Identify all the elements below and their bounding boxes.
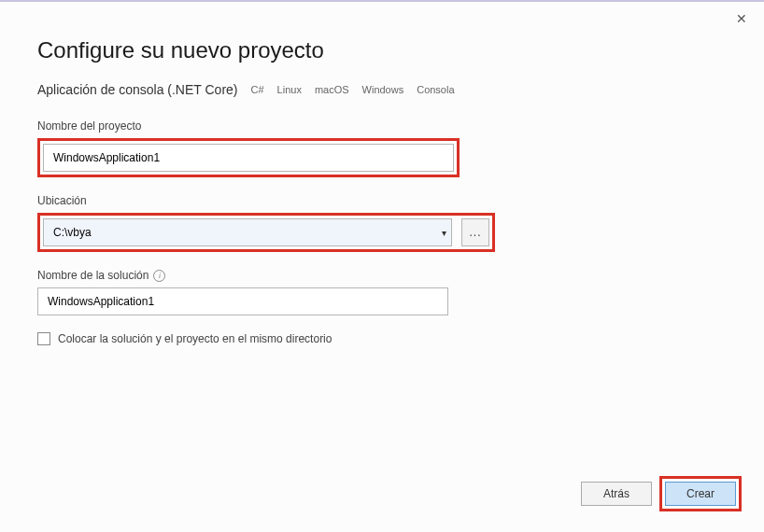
page-title: Configure su nuevo proyecto [37,37,727,63]
project-name-label: Nombre del proyecto [37,119,727,133]
solution-name-group: Nombre de la solución i [37,269,727,315]
tag-macos: macOS [315,84,349,95]
close-icon: ✕ [736,11,747,26]
tag-console: Consola [417,84,454,95]
subtitle-row: Aplicación de consola (.NET Core) C# Lin… [37,82,727,97]
create-highlight: Crear [659,476,742,511]
info-icon[interactable]: i [153,270,165,282]
location-combo[interactable]: ▾ [43,218,452,246]
solution-name-label: Nombre de la solución i [37,269,727,282]
project-name-highlight [37,138,460,177]
project-name-group: Nombre del proyecto [37,119,727,177]
tag-csharp: C# [251,84,264,95]
template-name: Aplicación de consola (.NET Core) [37,82,238,97]
close-button[interactable]: ✕ [730,9,753,28]
location-highlight: ▾ ... [37,213,495,252]
location-input[interactable] [43,218,452,246]
same-directory-row: Colocar la solución y el proyecto en el … [37,332,727,345]
location-group: Ubicación ▾ ... [37,194,727,252]
same-directory-label: Colocar la solución y el proyecto en el … [58,332,332,345]
tag-linux: Linux [277,84,302,95]
project-name-input[interactable] [43,144,454,172]
dialog-content: Configure su nuevo proyecto Aplicación d… [0,2,764,345]
dialog-footer: Atrás Crear [581,476,742,511]
tag-windows: Windows [362,84,404,95]
create-button[interactable]: Crear [665,482,736,506]
browse-button[interactable]: ... [461,218,489,246]
location-label: Ubicación [37,194,727,207]
back-button[interactable]: Atrás [581,482,652,506]
same-directory-checkbox[interactable] [37,332,50,345]
solution-name-input[interactable] [37,287,448,315]
